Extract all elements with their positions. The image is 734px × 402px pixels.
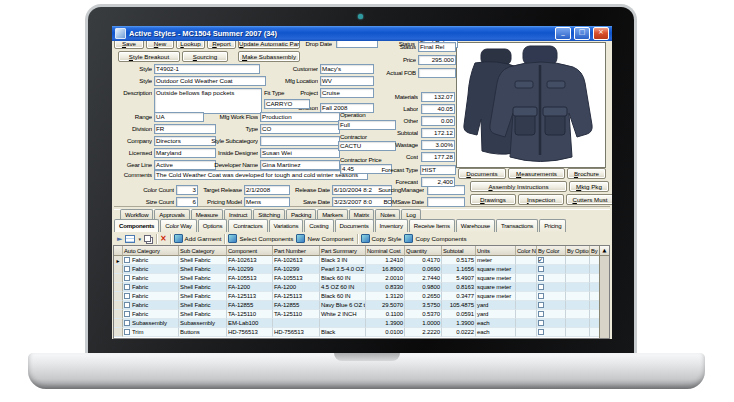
tab-documents[interactable]: Documents — [335, 219, 374, 232]
field-target_release-input[interactable]: 2/1/2008 — [244, 185, 290, 195]
row-selector[interactable] — [114, 283, 123, 292]
button-documents[interactable]: Documents — [458, 168, 506, 179]
field-licensed-input[interactable]: Maryland — [154, 148, 216, 158]
cell-auto-category[interactable]: Trim — [123, 328, 179, 337]
table-row[interactable]: FabricShell FabricFA-10299FA-10299Pearl … — [114, 265, 609, 274]
field-comments-input[interactable]: The Cold Weather Coat was developed for … — [154, 170, 368, 180]
column-header-by-option[interactable]: By Option — [566, 246, 590, 256]
cell-subtotal[interactable]: 1.3900 — [442, 319, 476, 328]
cell-by-option[interactable] — [566, 274, 590, 283]
cell-sub-category[interactable]: Shell Fabric — [179, 256, 227, 265]
close-button[interactable]: × — [593, 27, 609, 40]
cell-subtotal[interactable]: 0.5175 — [442, 256, 476, 265]
field-wastage-input[interactable]: 3.00% — [421, 140, 455, 150]
by-color-checkbox[interactable] — [538, 302, 544, 308]
button-add-garment[interactable]: Add Garment — [174, 234, 222, 243]
cell-subtotal[interactable]: 0.3477 — [442, 292, 476, 301]
cell-part-number[interactable]: TA-125110 — [273, 310, 320, 319]
column-header-part-summary[interactable]: Part Summary — [320, 246, 366, 256]
row-checkbox[interactable] — [124, 302, 130, 308]
cell-units[interactable]: yard — [476, 301, 516, 310]
button-copy-style[interactable]: Copy Style — [361, 234, 402, 243]
navigate-arrow-icon[interactable]: ► — [117, 235, 122, 243]
tab-inventory[interactable]: Inventory — [375, 219, 408, 232]
cell-subtotal[interactable]: 1.1656 — [442, 265, 476, 274]
row-checkbox[interactable] — [124, 257, 130, 263]
tab-options[interactable]: Options — [198, 219, 228, 232]
button-measurements[interactable]: Measurements — [508, 168, 565, 179]
cell-auto-category[interactable]: Fabric — [123, 301, 179, 310]
field-materials-input[interactable]: 132.07 — [421, 92, 455, 102]
row-checkbox[interactable] — [124, 329, 130, 335]
cell-by-color[interactable]: ✓ — [537, 256, 566, 265]
field-division-input[interactable]: FR — [154, 124, 216, 134]
cell-auto-category[interactable]: Fabric — [123, 256, 179, 265]
field-forecast-input[interactable]: 2,400 — [421, 177, 455, 187]
cell-auto-category[interactable]: Fabric — [123, 310, 179, 319]
tab-components[interactable]: Components — [114, 219, 159, 232]
cell-by-option[interactable] — [566, 256, 590, 265]
cell-sub-category[interactable]: Shell Fabric — [179, 274, 227, 283]
cell-component[interactable]: FA-102613 — [227, 256, 273, 265]
cell-by-color[interactable] — [537, 319, 566, 328]
cell-component[interactable]: EM-Lab100 — [227, 319, 273, 328]
field-fit_type-input[interactable]: CARRYO — [264, 99, 310, 109]
cell-part-summary[interactable]: Navy Blue 6 OZ t — [320, 301, 366, 310]
row-checkbox[interactable] — [124, 284, 130, 290]
field-other-input[interactable]: 0.00 — [421, 116, 455, 126]
button-cutters-must[interactable]: Cutters Must — [566, 194, 612, 205]
cell-auto-category[interactable]: Fabric — [123, 265, 179, 274]
row-checkbox[interactable] — [124, 311, 130, 317]
tab-warehouse[interactable]: Warehouse — [456, 219, 495, 232]
by-color-checkbox[interactable] — [538, 311, 544, 317]
cell-color-n[interactable] — [516, 301, 537, 310]
cell-part-number[interactable] — [273, 319, 320, 328]
cell-units[interactable]: each — [476, 328, 516, 337]
cell-quantity[interactable]: 2.2220 — [405, 328, 442, 337]
table-row[interactable]: FabricShell FabricFA-1200FA-12004.5 OZ 6… — [114, 283, 609, 292]
cell-subtotal[interactable]: 105.4875 — [442, 301, 476, 310]
cell-part-summary[interactable] — [320, 319, 366, 328]
cell-by-color[interactable] — [537, 292, 566, 301]
cell-part-number[interactable]: FA-10299 — [273, 265, 320, 274]
cell-quantity[interactable]: 0.4170 — [405, 256, 442, 265]
cell-units[interactable]: square meter — [476, 292, 516, 301]
cell-by-option[interactable] — [566, 301, 590, 310]
field-labor-input[interactable]: 40.05 — [421, 104, 455, 114]
cell-part-summary[interactable]: Black 60 IN — [320, 292, 366, 301]
cell-part-number[interactable]: FA-125113 — [273, 292, 320, 301]
by-color-checkbox[interactable] — [538, 320, 544, 326]
button-inspection[interactable]: Inspection — [518, 194, 564, 205]
cell-part-number[interactable]: FA-12855 — [273, 301, 320, 310]
by-color-checkbox[interactable] — [538, 275, 544, 281]
cell-nominal-cost[interactable]: 0.8330 — [366, 283, 405, 292]
cell-sub-category[interactable]: Buttons — [179, 328, 227, 337]
row-selector[interactable] — [114, 301, 123, 310]
cell-nominal-cost[interactable]: 1.3120 — [366, 292, 405, 301]
column-header-units[interactable]: Units — [476, 246, 516, 256]
cell-by-color[interactable] — [537, 265, 566, 274]
column-header-auto-category[interactable]: Auto Category — [123, 246, 179, 256]
button-assembly-instructions[interactable]: Assembly Instructions — [470, 181, 567, 192]
cell-units[interactable]: meter — [476, 256, 516, 265]
row-checkbox[interactable] — [124, 275, 130, 281]
cell-nominal-cost[interactable]: 16.8900 — [366, 265, 405, 274]
tab-receive-items[interactable]: Receive Items — [409, 219, 455, 232]
button-style-breakout[interactable]: Style Breakout — [118, 51, 180, 62]
cell-quantity[interactable]: 3.5750 — [405, 301, 442, 310]
row-checkbox[interactable] — [124, 266, 130, 272]
field-color_count-input[interactable]: 3 — [176, 185, 198, 195]
cell-units[interactable]: square meter — [476, 265, 516, 274]
field-range-input[interactable]: UA — [154, 112, 204, 122]
table-row[interactable]: ▸FabricShell FabricFA-102613FA-102613Bla… — [114, 256, 609, 265]
field-inside_designer-input[interactable]: Susan Wei — [260, 148, 340, 158]
cell-by-option[interactable] — [566, 328, 590, 337]
cell-component[interactable]: FA-12855 — [227, 301, 273, 310]
cell-part-summary[interactable]: Black 3 IN — [320, 256, 366, 265]
cell-by-option[interactable] — [566, 283, 590, 292]
by-color-checkbox[interactable] — [538, 284, 544, 290]
field-pricing_model-input[interactable]: Mens — [244, 197, 290, 207]
cell-component[interactable]: TA-125110 — [227, 310, 273, 319]
column-header-color-n[interactable]: Color N — [516, 246, 537, 256]
cell-units[interactable]: square meter — [476, 274, 516, 283]
